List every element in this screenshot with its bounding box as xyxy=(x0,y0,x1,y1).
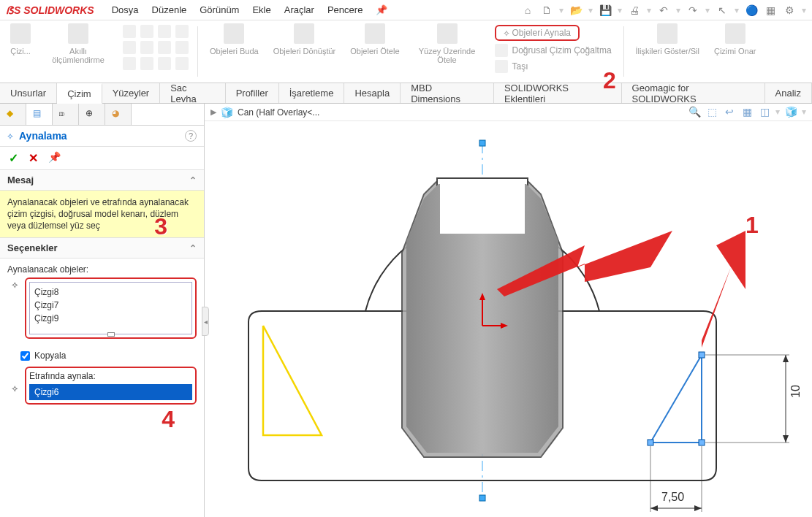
new-icon[interactable]: 🗋 xyxy=(540,4,553,17)
entities-list[interactable]: Çizgi8 Çizgi7 Çizgi9 xyxy=(29,282,192,334)
panel-tab-config[interactable]: ⎄ xyxy=(53,104,79,125)
ribbon-sketch-button[interactable]: Çizi... xyxy=(6,23,35,80)
cancel-button[interactable]: ✕ xyxy=(29,151,38,165)
mirror-about-selection[interactable]: Çizgi6 xyxy=(29,384,192,400)
tab-evaluate[interactable]: Hesapla xyxy=(344,83,401,103)
undo-icon[interactable]: ↶ xyxy=(657,4,670,17)
select-icon[interactable]: ↖ xyxy=(716,4,729,17)
save-icon[interactable]: 💾 xyxy=(599,4,612,17)
point-icon[interactable] xyxy=(175,41,189,54)
fillet-icon[interactable] xyxy=(158,57,171,70)
tab-profiles[interactable]: Profiller xyxy=(226,83,279,103)
help-icon[interactable]: ? xyxy=(185,130,197,142)
ribbon-convert-label: Objeleri Dönüştür xyxy=(273,47,336,55)
config-icon: ⎄ xyxy=(59,108,72,121)
dimension-value[interactable]: 7,50 xyxy=(661,491,684,504)
logo-ds-icon: ẞS xyxy=(6,4,23,16)
tab-sketch[interactable]: Çizim xyxy=(57,83,102,104)
command-tabs: Unsurlar Çizim Yüzeyler Sac Levha Profil… xyxy=(0,83,812,104)
text-icon[interactable] xyxy=(140,57,153,70)
centerline-endpoint[interactable] xyxy=(479,140,485,146)
prev-view-icon[interactable]: ↩ xyxy=(723,105,736,118)
rebuild-icon[interactable]: 🔵 xyxy=(745,4,758,17)
settings-icon[interactable]: ⚙ xyxy=(783,4,796,17)
zoom-fit-icon[interactable]: 🔍 xyxy=(688,105,701,118)
ellipse-icon[interactable] xyxy=(158,41,171,54)
plane-icon[interactable] xyxy=(175,57,189,70)
options-section-header[interactable]: Seçenekler ⌃ xyxy=(0,238,204,258)
copy-checkbox-row[interactable]: Kopyala xyxy=(20,351,197,361)
ribbon-relations-button[interactable]: İlişkileri Göster/Sil xyxy=(631,23,704,80)
sketch-endpoint[interactable] xyxy=(699,352,705,358)
ribbon-mirror-label: Objeleri Aynala xyxy=(512,28,572,38)
menu-edit[interactable]: Düzenle xyxy=(152,4,187,15)
redo-icon[interactable]: ↷ xyxy=(686,4,699,17)
dimension-value[interactable]: 10 xyxy=(789,385,802,398)
entity-item[interactable]: Çizgi9 xyxy=(34,312,187,325)
entity-item[interactable]: Çizgi7 xyxy=(34,299,187,312)
annotation-4: 4 xyxy=(162,406,175,433)
tab-surfaces[interactable]: Yüzeyler xyxy=(102,83,161,103)
panel-tab-appearance[interactable]: ◕ xyxy=(105,104,132,125)
svg-marker-1 xyxy=(783,435,789,443)
centerline-endpoint[interactable] xyxy=(479,495,485,501)
menu-insert[interactable]: Ekle xyxy=(252,4,270,15)
source-sketch-triangle[interactable] xyxy=(650,355,702,443)
menu-file[interactable]: Dosya xyxy=(112,4,139,15)
open-icon[interactable]: 📂 xyxy=(569,4,583,17)
message-section-header[interactable]: Mesaj ⌃ xyxy=(0,170,204,191)
polygon-icon[interactable] xyxy=(123,57,136,70)
arc-icon[interactable] xyxy=(140,25,153,38)
tab-features[interactable]: Unsurlar xyxy=(0,83,57,103)
linear-pattern-icon[interactable] xyxy=(495,44,508,57)
slot-icon[interactable] xyxy=(140,41,153,54)
menu-pin-icon[interactable]: 📌 xyxy=(376,4,387,15)
graphics-viewport[interactable]: ▶ 🧊 Can (Half Overlay<... 🔍 ⬚ ↩ ▦ ◫ ▾ 🧊 … xyxy=(205,104,812,517)
tab-analysis[interactable]: Analiz xyxy=(765,83,812,103)
print-icon[interactable]: 🖨 xyxy=(628,4,641,17)
ribbon-surface-offset-button[interactable]: Yüzey Üzerinde Ötele xyxy=(410,23,485,80)
ribbon-offset-button[interactable]: Objeleri Ötele xyxy=(346,23,403,80)
ok-button[interactable]: ✓ xyxy=(9,151,18,165)
offset-icon xyxy=(365,23,385,44)
home-icon[interactable]: ⌂ xyxy=(521,4,534,17)
section-icon[interactable]: ▦ xyxy=(740,105,754,118)
panel-tab-property-manager[interactable]: ▤ xyxy=(26,104,53,125)
tab-geomagic[interactable]: Geomagic for SOLIDWORKS xyxy=(622,83,765,103)
view-orient-icon[interactable]: ◫ xyxy=(758,105,771,118)
circle-icon[interactable] xyxy=(158,25,171,38)
ribbon-linearpattern-label[interactable]: Doğrusal Çizim Çoğaltma xyxy=(512,45,612,55)
panel-tab-feature-tree[interactable]: ◆ xyxy=(0,104,26,125)
ribbon-smartdim-button[interactable]: Akıllı ölçümlendirme xyxy=(41,23,115,80)
display-style-icon[interactable]: 🧊 xyxy=(784,105,797,118)
ribbon-convert-button[interactable]: Objeleri Dönüştür xyxy=(269,23,341,80)
line-icon[interactable] xyxy=(123,25,136,38)
tab-sheetmetal[interactable]: Sac Levha xyxy=(160,83,225,103)
ribbon-move-label[interactable]: Taşı xyxy=(512,61,528,72)
tab-markup[interactable]: İşaretleme xyxy=(279,83,345,103)
zoom-area-icon[interactable]: ⬚ xyxy=(705,105,718,118)
tab-mbd[interactable]: MBD Dimensions xyxy=(401,83,494,103)
ribbon-mirror-button[interactable]: ⟡Objeleri Aynala xyxy=(495,25,580,41)
copy-checkbox[interactable] xyxy=(20,351,30,361)
entity-item[interactable]: Çizgi8 xyxy=(34,286,187,299)
menu-tools[interactable]: Araçlar xyxy=(284,4,314,15)
sketch-endpoint[interactable] xyxy=(648,440,653,445)
chevron-up-icon: ⌃ xyxy=(189,175,197,185)
ribbon-trim-button[interactable]: Objeleri Buda xyxy=(205,23,263,80)
ribbon-repair-button[interactable]: Çizimi Onar xyxy=(710,23,760,80)
model-canvas xyxy=(205,121,811,516)
menu-window[interactable]: Pencere xyxy=(327,4,363,15)
spline-icon[interactable] xyxy=(175,25,189,38)
options-icon[interactable]: ▦ xyxy=(764,4,777,17)
move-icon[interactable] xyxy=(495,60,508,73)
pushpin-icon[interactable]: 📌 xyxy=(48,151,61,165)
flyout-arrow-icon[interactable]: ▶ xyxy=(210,107,216,117)
menu-view[interactable]: Görünüm xyxy=(200,4,239,15)
panel-tab-dimxpert[interactable]: ⊕ xyxy=(79,104,105,125)
panel-collapse-handle[interactable]: ◂ xyxy=(202,307,209,336)
part-name[interactable]: Can (Half Overlay<... xyxy=(238,107,319,118)
sketch-endpoint[interactable] xyxy=(699,440,705,445)
resize-handle-icon[interactable] xyxy=(107,332,115,337)
rect-icon[interactable] xyxy=(123,41,136,54)
